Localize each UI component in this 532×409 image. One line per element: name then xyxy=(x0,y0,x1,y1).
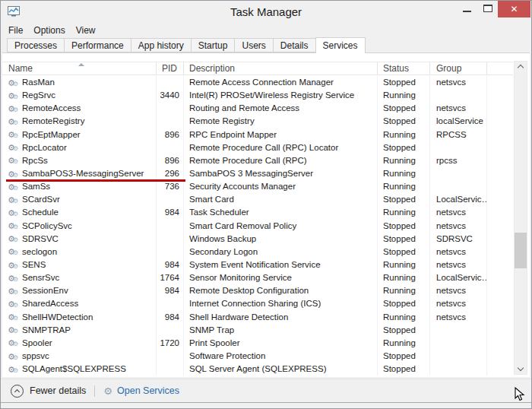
tab-startup[interactable]: Startup xyxy=(191,38,236,52)
table-row[interactable]: ⚙⚙RegSrvc3440Intel(R) PROSet/Wireless Re… xyxy=(2,89,513,102)
table-row[interactable]: ⚙⚙ShellHWDetection984Shell Hardware Dete… xyxy=(2,311,513,324)
service-status: Running xyxy=(378,167,430,180)
table-row[interactable]: ⚙⚙RemoteAccessRouting and Remote AccessS… xyxy=(2,102,513,115)
scrollbar-thumb[interactable] xyxy=(515,233,527,268)
service-description: Remote Registry xyxy=(184,115,378,128)
row-spacer xyxy=(487,284,513,297)
table-row[interactable]: ⚙⚙SNMPTRAPSNMP TrapStopped xyxy=(2,324,513,337)
service-status: Stopped xyxy=(378,220,430,233)
tab-details[interactable]: Details xyxy=(273,38,316,52)
service-gear-icon: ⚙⚙ xyxy=(8,90,18,101)
table-row[interactable]: ⚙⚙RemoteRegistryRemote RegistryStoppedlo… xyxy=(2,115,513,128)
menu-options[interactable]: Options xyxy=(28,24,70,36)
service-gear-icon: ⚙⚙ xyxy=(8,338,18,348)
service-pid: 984 xyxy=(157,284,184,297)
table-row[interactable]: ⚙⚙Schedule984Task SchedulerRunningnetsvc… xyxy=(2,206,513,219)
service-pid xyxy=(157,76,184,89)
service-name: RpcSs xyxy=(22,154,48,167)
table-row[interactable]: ⚙⚙SharedAccessInternet Connection Sharin… xyxy=(2,297,513,310)
row-spacer xyxy=(487,246,513,258)
service-pid xyxy=(157,324,184,337)
service-pid xyxy=(157,297,184,310)
service-name: SCardSvr xyxy=(22,193,60,206)
table-row[interactable]: ⚙⚙sppsvcSoftware ProtectionStopped xyxy=(2,350,513,363)
service-group: netsvcs xyxy=(430,246,487,258)
maximize-button[interactable] xyxy=(477,1,498,17)
service-gear-icon: ⚙⚙ xyxy=(8,208,18,218)
service-gear-icon: ⚙⚙ xyxy=(8,325,18,335)
service-status: Stopped xyxy=(378,102,430,115)
table-row[interactable]: ⚙⚙Spooler1720Print SpoolerRunning xyxy=(2,337,513,350)
service-status: Stopped xyxy=(378,76,430,89)
open-services-link[interactable]: ⚙ Open Services xyxy=(103,385,179,396)
tab-app-history[interactable]: App history xyxy=(131,38,192,52)
service-gear-icon: ⚙⚙ xyxy=(8,169,18,179)
service-name: SamSs xyxy=(22,180,50,193)
table-row[interactable]: ⚙⚙SessionEnv984Remote Desktop Configurat… xyxy=(2,284,513,297)
service-status: Stopped xyxy=(378,324,430,337)
service-description: Print Spooler xyxy=(184,337,378,350)
column-header-group[interactable]: Group xyxy=(430,62,487,75)
menu-file[interactable]: File xyxy=(3,24,28,36)
table-row[interactable]: ⚙⚙SensrSvc1764Sensor Monitoring ServiceR… xyxy=(2,271,513,284)
column-header-spacer xyxy=(487,62,513,75)
minimize-button[interactable] xyxy=(456,1,477,17)
row-spacer xyxy=(487,350,513,363)
service-description: Software Protection xyxy=(184,350,378,363)
table-row[interactable]: ⚙⚙SCardSvrSmart CardStoppedLocalServic… xyxy=(2,193,513,206)
service-name: SDRSVC xyxy=(22,233,59,246)
service-gear-icon: ⚙⚙ xyxy=(8,155,18,166)
service-gear-icon: ⚙⚙ xyxy=(8,103,18,114)
table-row[interactable]: ⚙⚙RpcEptMapper896RPC Endpoint MapperRunn… xyxy=(2,128,513,141)
tab-services[interactable]: Services xyxy=(315,37,366,53)
service-group: netsvcs xyxy=(430,220,487,233)
scroll-up-button[interactable] xyxy=(515,62,527,74)
tab-processes[interactable]: Processes xyxy=(7,38,65,52)
row-spacer xyxy=(487,311,513,324)
row-spacer xyxy=(487,193,513,206)
table-row[interactable]: ⚙⚙RpcSs896Remote Procedure Call (RPC)Run… xyxy=(2,154,513,167)
menu-view[interactable]: View xyxy=(71,24,101,36)
service-gear-icon: ⚙⚙ xyxy=(8,286,18,296)
row-spacer xyxy=(487,206,513,219)
service-status: Stopped xyxy=(378,363,430,376)
fewer-details-button[interactable]: Fewer details xyxy=(11,385,86,398)
vertical-scrollbar[interactable] xyxy=(514,61,527,375)
table-row[interactable]: ⚙⚙SQLAgent$SQLEXPRESSSQL Server Agent (S… xyxy=(2,363,513,376)
tab-users[interactable]: Users xyxy=(234,38,273,52)
column-header-pid[interactable]: PID xyxy=(157,62,184,75)
service-pid: 896 xyxy=(157,154,184,167)
tab-performance[interactable]: Performance xyxy=(64,38,131,52)
titlebar[interactable]: Task Manager ✕ xyxy=(1,1,531,24)
table-row[interactable]: ⚙⚙RpcLocatorRemote Procedure Call (RPC) … xyxy=(2,141,513,154)
row-spacer xyxy=(487,297,513,310)
row-spacer xyxy=(487,154,513,167)
column-header-status[interactable]: Status xyxy=(378,62,430,75)
table-row[interactable]: ⚙⚙SDRSVCWindows BackupStoppedSDRSVC xyxy=(2,233,513,246)
service-group xyxy=(430,141,487,154)
service-description: Routing and Remote Access xyxy=(184,102,378,115)
mouse-cursor xyxy=(515,387,525,402)
tab-strip: ProcessesPerformanceApp historyStartupUs… xyxy=(1,36,531,52)
table-row[interactable]: ⚙⚙seclogonSecondary LogonStoppednetsvcs xyxy=(2,246,513,258)
services-table: ⚙⚙RasManRemote Access Connection Manager… xyxy=(2,76,513,376)
service-group xyxy=(430,350,487,363)
service-description: Sensor Monitoring Service xyxy=(184,271,378,284)
table-row[interactable]: ⚙⚙SamSs736Security Accounts ManagerRunni… xyxy=(2,180,513,193)
column-header-description[interactable]: Description xyxy=(184,62,378,75)
row-spacer xyxy=(487,337,513,350)
service-gear-icon: ⚙⚙ xyxy=(8,116,18,127)
table-row[interactable]: ⚙⚙SENS984System Event Notification Servi… xyxy=(2,258,513,271)
service-gear-icon: ⚙⚙ xyxy=(8,364,18,375)
service-gear-icon: ⚙⚙ xyxy=(8,312,18,322)
close-button[interactable]: ✕ xyxy=(498,1,530,17)
table-row[interactable]: ⚙⚙RasManRemote Access Connection Manager… xyxy=(2,76,513,89)
service-group: LocalServic… xyxy=(430,271,487,284)
scroll-down-button[interactable] xyxy=(515,362,527,374)
service-status: Running xyxy=(378,337,430,350)
service-description: RPC Endpoint Mapper xyxy=(184,128,378,141)
service-description: SNMP Trap xyxy=(184,324,378,337)
table-row[interactable]: ⚙⚙SCPolicySvcSmart Card Removal PolicySt… xyxy=(2,220,513,233)
service-group xyxy=(430,337,487,350)
table-row[interactable]: ⚙⚙SambaPOS3-MessagingServer296SambaPOS 3… xyxy=(2,167,513,180)
